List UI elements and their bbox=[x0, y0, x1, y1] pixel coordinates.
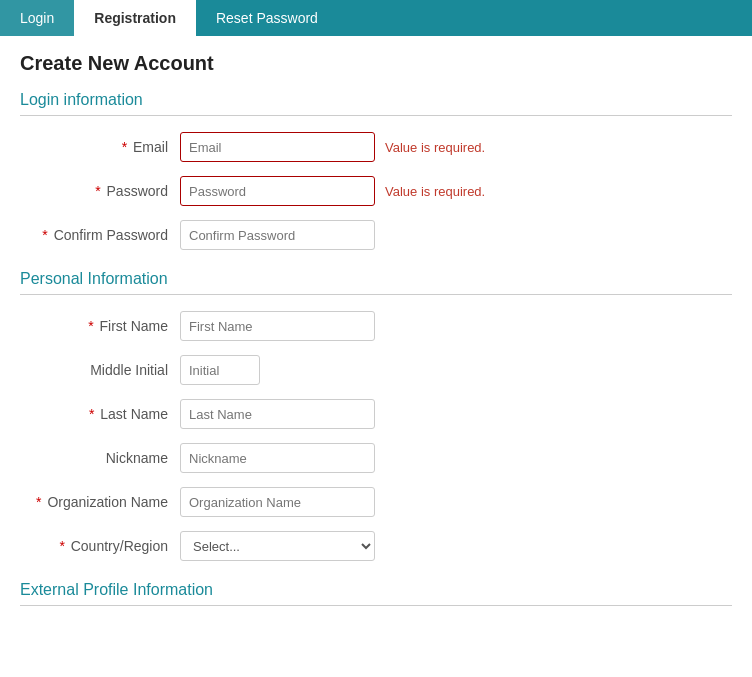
password-group: * Password Value is required. bbox=[20, 176, 732, 206]
tab-reset-password[interactable]: Reset Password bbox=[196, 0, 338, 36]
external-profile-section: External Profile Information bbox=[20, 581, 732, 606]
country-region-select[interactable]: Select... bbox=[180, 531, 375, 561]
nickname-label: Nickname bbox=[20, 450, 180, 466]
middle-initial-group: Middle Initial bbox=[20, 355, 732, 385]
password-input[interactable] bbox=[180, 176, 375, 206]
middle-initial-input[interactable] bbox=[180, 355, 260, 385]
last-name-label: * Last Name bbox=[20, 406, 180, 422]
confirm-password-label: * Confirm Password bbox=[20, 227, 180, 243]
confirm-password-group: * Confirm Password bbox=[20, 220, 732, 250]
email-input[interactable] bbox=[180, 132, 375, 162]
main-content: Create New Account Login information * E… bbox=[0, 36, 752, 642]
tab-login[interactable]: Login bbox=[0, 0, 74, 36]
first-name-input[interactable] bbox=[180, 311, 375, 341]
last-name-input[interactable] bbox=[180, 399, 375, 429]
first-name-label: * First Name bbox=[20, 318, 180, 334]
tab-registration[interactable]: Registration bbox=[74, 0, 196, 36]
login-info-heading: Login information bbox=[20, 91, 732, 109]
password-error: Value is required. bbox=[385, 184, 485, 199]
organization-name-input[interactable] bbox=[180, 487, 375, 517]
personal-info-divider bbox=[20, 294, 732, 295]
external-profile-divider bbox=[20, 605, 732, 606]
password-required-star: * bbox=[95, 183, 100, 199]
middle-initial-label: Middle Initial bbox=[20, 362, 180, 378]
last-name-group: * Last Name bbox=[20, 399, 732, 429]
country-region-group: * Country/Region Select... bbox=[20, 531, 732, 561]
org-name-required-star: * bbox=[36, 494, 41, 510]
page-title: Create New Account bbox=[20, 52, 732, 75]
country-required-star: * bbox=[59, 538, 64, 554]
first-name-group: * First Name bbox=[20, 311, 732, 341]
personal-info-heading: Personal Information bbox=[20, 270, 732, 288]
login-info-section: Login information * Email Value is requi… bbox=[20, 91, 732, 250]
email-label: * Email bbox=[20, 139, 180, 155]
external-profile-heading: External Profile Information bbox=[20, 581, 732, 599]
last-name-required-star: * bbox=[89, 406, 94, 422]
nickname-group: Nickname bbox=[20, 443, 732, 473]
personal-info-section: Personal Information * First Name Middle… bbox=[20, 270, 732, 561]
email-required-star: * bbox=[122, 139, 127, 155]
confirm-password-input[interactable] bbox=[180, 220, 375, 250]
email-group: * Email Value is required. bbox=[20, 132, 732, 162]
country-region-label: * Country/Region bbox=[20, 538, 180, 554]
first-name-required-star: * bbox=[88, 318, 93, 334]
organization-name-group: * Organization Name bbox=[20, 487, 732, 517]
nickname-input[interactable] bbox=[180, 443, 375, 473]
organization-name-label: * Organization Name bbox=[20, 494, 180, 510]
tab-bar: Login Registration Reset Password bbox=[0, 0, 752, 36]
email-error: Value is required. bbox=[385, 140, 485, 155]
password-label: * Password bbox=[20, 183, 180, 199]
confirm-password-required-star: * bbox=[42, 227, 47, 243]
login-info-divider bbox=[20, 115, 732, 116]
